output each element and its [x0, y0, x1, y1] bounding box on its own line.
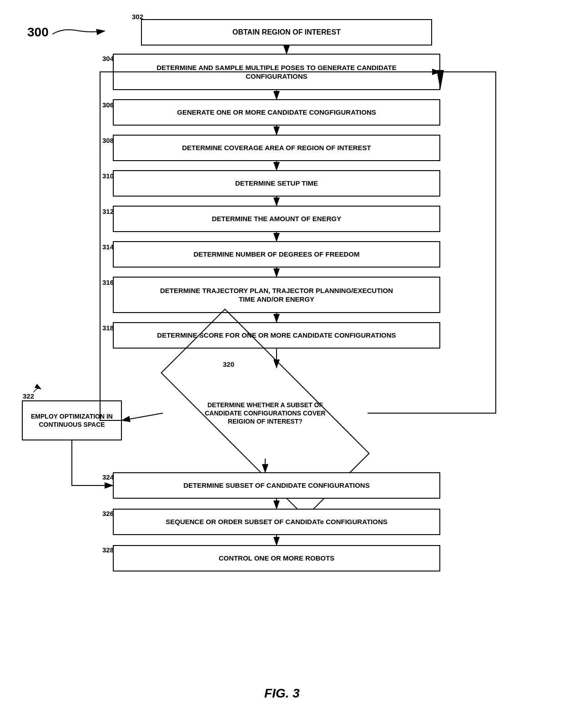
box-326: SEQUENCE OR ORDER SUBSET OF CANDIDATe CO…: [113, 509, 440, 535]
diamond-text-320: DETERMINE WHETHER A SUBSET OFCANDIDATE C…: [200, 396, 330, 430]
box-318: DETERMINE SCORE FOR ONE OR MORE CANDIDAT…: [113, 322, 440, 349]
box-308: DETERMINE COVERAGE AREA OF REGION OF INT…: [113, 135, 440, 161]
box-322: EMPLOY OPTIMIZATION INCONTINUOUS SPACE: [22, 400, 122, 440]
box-312: DETERMINE THE AMOUNT OF ENERGY: [113, 206, 440, 232]
box-302: OBTAIN REGION OF INTEREST: [141, 19, 432, 46]
box-306: GENERATE ONE OR MORE CANDIDATE CONGFIGUR…: [113, 99, 440, 126]
fig-label: FIG. 3: [0, 686, 564, 701]
step-304-label: 304: [102, 55, 114, 62]
box-310: DETERMINE SETUP TIME: [113, 170, 440, 197]
step-328-label: 328: [102, 546, 114, 554]
box-304: DETERMINE AND SAMPLE MULTIPLE POSES TO G…: [113, 54, 440, 90]
box-324: DETERMINE SUBSET OF CANDIDATE CONFIGURAT…: [113, 472, 440, 499]
ref-300: 300: [27, 25, 49, 40]
box-328: CONTROL ONE OR MORE ROBOTS: [113, 545, 440, 571]
step-314-label: 314: [102, 243, 114, 251]
diamond-320: DETERMINE WHETHER A SUBSET OFCANDIDATE C…: [163, 368, 368, 459]
step-326-label: 326: [102, 510, 114, 517]
step-322-label: 322: [23, 392, 34, 400]
step-308-label: 308: [102, 136, 114, 144]
diagram-container: 300 302 OBTAIN REGION OF INTEREST 304 DE…: [0, 0, 564, 705]
step-316-label: 316: [102, 278, 114, 286]
step-310-label: 310: [102, 172, 114, 180]
step-306-label: 306: [102, 101, 114, 109]
step-318-label: 318: [102, 324, 114, 332]
step-324-label: 324: [102, 473, 114, 481]
svg-line-11: [122, 413, 163, 420]
step-312-label: 312: [102, 207, 114, 215]
box-314: DETERMINE NUMBER OF DEGREES OF FREEDOM: [113, 241, 440, 268]
box-316: DETERMINE TRAJECTORY PLAN, TRAJECTOR PLA…: [113, 277, 440, 313]
